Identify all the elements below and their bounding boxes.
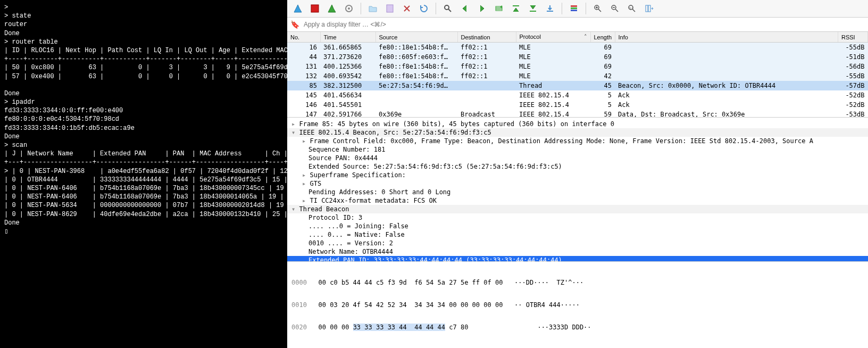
zoom-out-icon[interactable] <box>608 2 621 15</box>
hex-row[interactable]: 0010 00 03 20 4f 54 42 52 34 34 34 34 00… <box>291 301 864 309</box>
svg-text:1:1: 1:1 <box>629 6 634 10</box>
detail-frame[interactable]: Frame 85: 45 bytes on wire (360 bits), 4… <box>287 120 868 128</box>
detail-nat[interactable]: .... 0... = Native: False <box>287 230 868 239</box>
start-capture-icon[interactable] <box>291 2 304 15</box>
terminal-pane[interactable]: > > state router Done > router table | I… <box>0 0 287 348</box>
go-first-icon[interactable] <box>510 2 522 15</box>
zoom-reset-icon[interactable]: 1:1 <box>625 2 638 15</box>
col-no[interactable]: No. <box>287 32 320 43</box>
hex-row[interactable]: 0000 00 c0 b5 44 44 c5 f3 9d f6 54 5a 27… <box>291 279 864 286</box>
display-filter-input[interactable] <box>302 19 865 30</box>
col-info[interactable]: Info <box>615 32 838 43</box>
options-icon[interactable] <box>343 2 355 15</box>
detail-gts[interactable]: GTS <box>287 179 868 188</box>
hex-row[interactable]: 0020 00 00 00 33 33 33 33 44 44 44 44 c7… <box>291 324 864 331</box>
svg-point-2 <box>348 7 350 10</box>
colorize-icon[interactable] <box>567 2 580 15</box>
bookmark-icon[interactable]: 🔖 <box>290 20 299 29</box>
detail-pend[interactable]: Pending Addresses: 0 Short and 0 Long <box>287 188 868 196</box>
col-protocol[interactable]: Protocol˄ <box>516 32 590 43</box>
svg-rect-8 <box>547 11 553 12</box>
hex-dump-pane[interactable]: 0000 00 c0 b5 44 44 c5 f3 9d f6 54 5a 27… <box>287 261 868 348</box>
packet-row[interactable]: 85382.3125005e:27:5a:54:f6:9d…Thread45Be… <box>287 81 868 90</box>
svg-rect-6 <box>513 5 519 6</box>
wireshark-pane: 1:1 🔖 No. Time Source Destination Protoc… <box>287 0 868 348</box>
toolbar-separator <box>562 3 562 14</box>
save-file-icon[interactable] <box>383 2 396 15</box>
packet-details-pane[interactable]: Frame 85: 45 bytes on wire (360 bits), 4… <box>287 117 868 261</box>
svg-rect-10 <box>571 7 577 9</box>
svg-point-4 <box>445 5 449 10</box>
col-destination[interactable]: Destination <box>457 32 516 43</box>
svg-rect-11 <box>571 10 577 11</box>
packet-row[interactable]: 146401.545501IEEE 802.15.45Ack-52dB <box>287 100 868 110</box>
col-rssi[interactable]: RSSI <box>838 32 868 43</box>
stop-capture-icon[interactable] <box>308 2 321 15</box>
main-toolbar: 1:1 <box>287 0 868 18</box>
restart-capture-icon[interactable] <box>326 2 338 15</box>
detail-ieee[interactable]: IEEE 802.15.4 Beacon, Src: 5e:27:5a:54:f… <box>287 128 868 137</box>
resize-columns-icon[interactable] <box>642 2 655 15</box>
reload-icon[interactable] <box>418 2 430 15</box>
packet-row[interactable]: 145401.456634IEEE 802.15.45Ack-52dB <box>287 90 868 100</box>
svg-rect-7 <box>530 11 536 12</box>
packet-row[interactable]: 16361.665865fe80::18e1:54b8:f…ff02::1MLE… <box>287 43 868 53</box>
detail-seq[interactable]: Sequence Number: 181 <box>287 145 868 154</box>
sort-asc-icon: ˄ <box>584 34 587 40</box>
detail-ver[interactable]: 0010 .... = Version: 2 <box>287 239 868 247</box>
detail-thread[interactable]: Thread Beacon <box>287 205 868 213</box>
detail-pid[interactable]: Protocol ID: 3 <box>287 213 868 222</box>
detail-fcf[interactable]: Frame Control Field: 0xc000, Frame Type:… <box>287 137 868 145</box>
detail-ti[interactable]: TI CC24xx-format metadata: FCS OK <box>287 196 868 205</box>
col-length[interactable]: Length <box>590 32 615 43</box>
col-time[interactable]: Time <box>320 32 375 43</box>
detail-sf[interactable]: Superframe Specification: <box>287 171 868 179</box>
packet-row[interactable]: 132400.693542fe80::f8e1:54b8:f…ff02::1ML… <box>287 71 868 81</box>
detail-join[interactable]: .... ...0 = Joining: False <box>287 222 868 230</box>
svg-rect-3 <box>387 5 393 12</box>
go-to-packet-icon[interactable] <box>493 2 505 15</box>
detail-net[interactable]: Network Name: OTBR4444 <box>287 247 868 256</box>
go-back-icon[interactable] <box>458 2 471 15</box>
svg-rect-17 <box>648 5 650 12</box>
packet-header-row: No. Time Source Destination Protocol˄ Le… <box>287 32 868 43</box>
svg-rect-9 <box>571 5 577 7</box>
detail-epan[interactable]: Extended PAN ID: 33:33:33:33:44:44:44:44… <box>287 256 868 261</box>
detail-esrc[interactable]: Extended Source: 5e:27:5a:54:f6:9d:f3:c5… <box>287 162 868 171</box>
toolbar-separator <box>436 3 436 14</box>
go-forward-icon[interactable] <box>475 2 488 15</box>
packet-row[interactable]: 131400.125366fe80::f8e1:54b8:f…ff02::1ML… <box>287 62 868 71</box>
toolbar-separator <box>361 3 361 14</box>
col-source[interactable]: Source <box>375 32 457 43</box>
close-file-icon[interactable] <box>400 2 413 15</box>
open-file-icon[interactable] <box>366 2 379 15</box>
go-last-icon[interactable] <box>527 2 539 15</box>
toolbar-separator <box>586 3 586 14</box>
svg-rect-0 <box>311 5 319 12</box>
find-icon[interactable] <box>441 2 454 15</box>
display-filter-bar: 🔖 <box>287 18 868 32</box>
auto-scroll-icon[interactable] <box>544 2 556 15</box>
packet-row[interactable]: 147402.5917660x369eBroadcastIEEE 802.15.… <box>287 110 868 117</box>
zoom-in-icon[interactable] <box>591 2 604 15</box>
packet-row[interactable]: 44371.273620fe80::605f:e603:f…ff02::1MLE… <box>287 52 868 62</box>
packet-list[interactable]: No. Time Source Destination Protocol˄ Le… <box>287 32 868 117</box>
svg-rect-16 <box>646 5 648 12</box>
detail-span[interactable]: Source PAN: 0x4444 <box>287 154 868 162</box>
